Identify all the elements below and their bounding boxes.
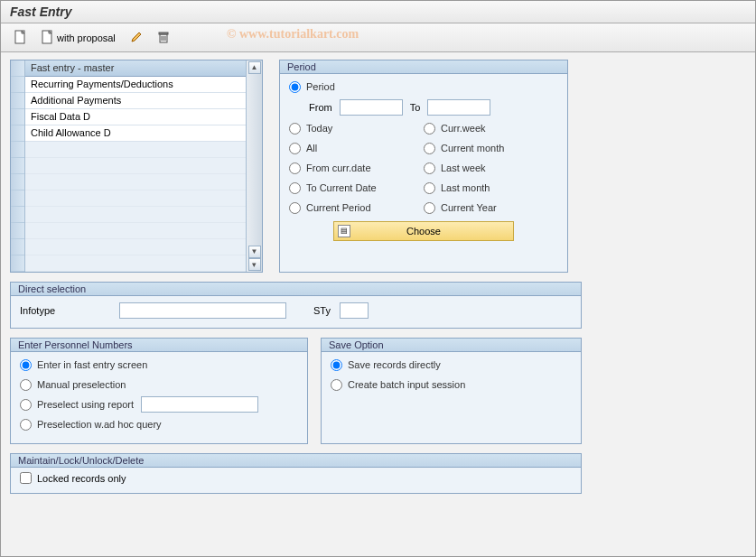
gutter-cell[interactable]	[11, 60, 24, 77]
content-area: Fast entry - master Recurring Payments/D…	[1, 52, 755, 501]
period-label-lastmonth[interactable]: Last month	[441, 182, 490, 193]
proposal-label: with proposal	[57, 32, 116, 43]
choose-label: Choose	[406, 226, 441, 237]
list-empty-row	[25, 142, 246, 158]
list-empty-row	[25, 255, 246, 272]
save-label-direct[interactable]: Save records directly	[348, 359, 441, 370]
scroll-end-icon[interactable]: ▾	[248, 258, 261, 271]
delete-button[interactable]	[153, 28, 174, 48]
save-radio-batch[interactable]	[331, 379, 342, 391]
gutter-cell[interactable]	[11, 93, 24, 109]
list-empty-row	[25, 158, 246, 174]
period-columns: Today Curr.week All Current month From c…	[289, 118, 558, 218]
period-label-today[interactable]: Today	[306, 123, 332, 134]
period-label-currweek[interactable]: Curr.week	[441, 123, 486, 134]
list-empty-row	[25, 239, 246, 255]
to-input[interactable]	[427, 99, 490, 116]
save-option-group: Save Option Save records directly Create…	[321, 338, 582, 444]
gutter-cell	[11, 174, 24, 190]
period-radio-tocurrent[interactable]	[289, 182, 301, 194]
list-item[interactable]: Recurring Payments/Deductions	[25, 77, 246, 93]
direct-selection-group: Direct selection Infotype STy	[10, 282, 582, 329]
period-label-all[interactable]: All	[306, 143, 317, 153]
infotype-input[interactable]	[119, 302, 286, 319]
personnel-radio-fast[interactable]	[20, 359, 32, 371]
new-button[interactable]	[10, 27, 32, 49]
list-item[interactable]: Additional Payments	[25, 93, 246, 109]
period-label-currperiod[interactable]: Current Period	[306, 202, 371, 213]
list-item[interactable]: Child Allowance D	[25, 125, 246, 142]
period-label-tocurrent[interactable]: To Current Date	[306, 182, 377, 193]
period-label-curryear[interactable]: Current Year	[441, 202, 497, 213]
scroll-up-icon[interactable]: ▲	[248, 61, 261, 74]
period-label-lastweek[interactable]: Last week	[441, 162, 486, 173]
page-title: Fast Entry	[10, 5, 746, 19]
direct-title: Direct selection	[10, 282, 582, 296]
period-radio-fromcurr[interactable]	[289, 162, 301, 174]
gutter-cell	[11, 255, 24, 272]
watermark: © www.tutorialkart.com	[227, 27, 359, 42]
from-input[interactable]	[340, 99, 403, 116]
gutter-cell	[11, 142, 24, 158]
period-label-period[interactable]: Period	[306, 81, 335, 92]
direct-row: Infotype STy	[20, 299, 572, 319]
personnel-radio-adhoc[interactable]	[20, 419, 32, 431]
locked-checkbox[interactable]	[20, 472, 32, 484]
period-radio-today[interactable]	[289, 123, 301, 135]
period-radio-lastweek[interactable]	[424, 162, 435, 174]
period-radio-curryear[interactable]	[424, 202, 435, 214]
period-radio-currweek[interactable]	[424, 123, 435, 135]
gutter-cell	[11, 207, 24, 223]
list-empty-row	[25, 223, 246, 239]
choose-button[interactable]: ▤ Choose	[333, 221, 514, 241]
personnel-radio-report[interactable]	[20, 399, 32, 411]
svg-rect-3	[159, 32, 168, 34]
title-bar: Fast Entry	[1, 1, 755, 23]
maintain-group: Maintain/Lock/Unlock/Delete Locked recor…	[10, 453, 582, 494]
sty-label: STy	[313, 305, 331, 316]
list-empty-row	[25, 174, 246, 190]
period-label-fromcurr[interactable]: From curr.date	[306, 162, 371, 173]
list-empty-row	[25, 207, 246, 223]
personnel-radio-manual[interactable]	[20, 379, 32, 391]
period-label-currmonth[interactable]: Current month	[441, 143, 504, 153]
gutter-cell[interactable]	[11, 77, 24, 93]
two-col-row: Enter Personnel Numbers Enter in fast en…	[10, 338, 746, 444]
document-icon	[14, 30, 27, 46]
list-item[interactable]: Fiscal Data D	[25, 109, 246, 125]
save-radio-direct[interactable]	[331, 359, 342, 371]
period-radio-currmonth[interactable]	[424, 143, 435, 154]
new-with-proposal-button[interactable]: with proposal	[37, 27, 120, 49]
personnel-label-fast[interactable]: Enter in fast entry screen	[37, 359, 147, 370]
top-row: Fast entry - master Recurring Payments/D…	[10, 60, 746, 273]
period-radio-currperiod[interactable]	[289, 202, 301, 214]
sty-input[interactable]	[340, 302, 369, 319]
personnel-label-report[interactable]: Preselect using report	[37, 399, 134, 410]
master-list: Fast entry - master Recurring Payments/D…	[10, 60, 263, 273]
locked-label[interactable]: Locked records only	[37, 473, 126, 484]
list-header[interactable]: Fast entry - master	[25, 60, 246, 77]
period-radio-period[interactable]	[289, 81, 301, 93]
gutter-cell	[11, 223, 24, 239]
period-radio-all[interactable]	[289, 143, 301, 154]
personnel-label-adhoc[interactable]: Preselection w.ad hoc query	[37, 419, 162, 430]
list-empty-row	[25, 190, 246, 207]
gutter-cell	[11, 158, 24, 174]
period-radio-lastmonth[interactable]	[424, 182, 435, 194]
gutter-cell[interactable]	[11, 109, 24, 125]
toolbar: with proposal © www.tutorialkart.com	[1, 23, 755, 52]
list-gutter	[11, 60, 25, 272]
save-label-batch[interactable]: Create batch input session	[348, 379, 465, 390]
personnel-label-manual[interactable]: Manual preselection	[37, 379, 126, 390]
period-from-to: From To	[309, 97, 558, 118]
choose-icon: ▤	[338, 225, 350, 237]
personnel-group: Enter Personnel Numbers Enter in fast en…	[10, 338, 308, 444]
list-scrollbar[interactable]: ▲ ▼ ▾	[246, 60, 262, 272]
scroll-down-icon[interactable]: ▼	[248, 246, 261, 258]
trash-icon	[157, 31, 170, 45]
report-input[interactable]	[141, 396, 258, 413]
gutter-cell	[11, 239, 24, 255]
edit-button[interactable]	[126, 28, 147, 48]
to-label: To	[410, 102, 421, 113]
gutter-cell[interactable]	[11, 125, 24, 142]
